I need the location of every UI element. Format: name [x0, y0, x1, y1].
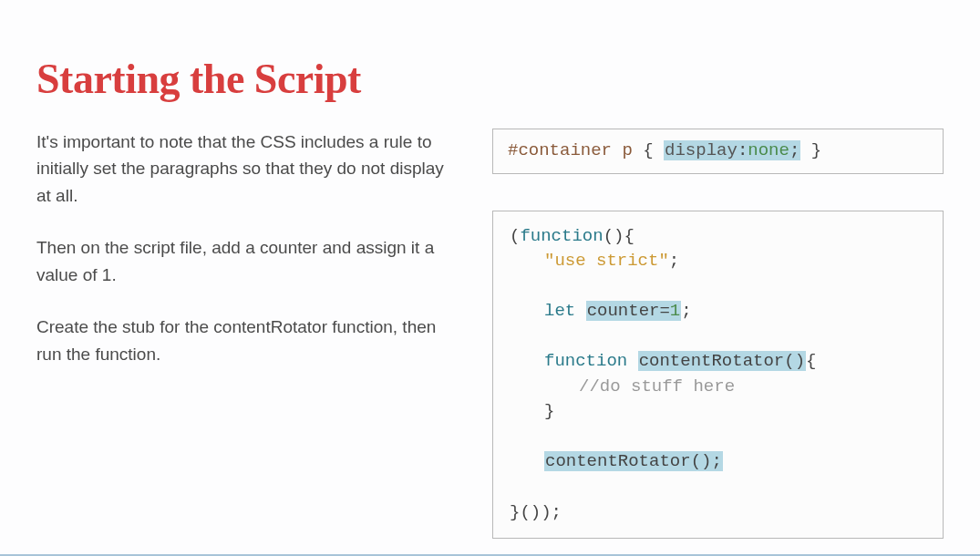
- css-colon: :: [738, 140, 748, 160]
- js-highlight-fn: contentRotator(): [638, 351, 806, 371]
- css-code-box: #container p { display:none; }: [492, 129, 944, 174]
- js-highlight-call: contentRotator();: [544, 451, 723, 471]
- slide-container: Starting the Script It's important to no…: [0, 0, 980, 556]
- js-line-8: }());: [510, 500, 926, 526]
- js-line-1: (function(){: [510, 224, 926, 250]
- css-selector: #container p: [508, 140, 633, 160]
- content-area: It's important to note that the CSS incl…: [36, 129, 944, 556]
- text-column: It's important to note that the CSS incl…: [36, 129, 456, 556]
- css-brace-open: {: [643, 140, 653, 160]
- js-line-2: "use strict";: [510, 249, 926, 274]
- js-line-6: }: [510, 399, 926, 425]
- css-semicolon: ;: [789, 140, 799, 160]
- paragraph-1: It's important to note that the CSS incl…: [36, 129, 456, 209]
- css-value: none: [748, 140, 789, 160]
- css-brace-close: }: [811, 140, 821, 160]
- css-property: display: [665, 140, 738, 160]
- code-column: #container p { display:none; } (function…: [492, 129, 944, 556]
- js-line-4: function contentRotator(){: [510, 349, 926, 375]
- css-highlight: display:none;: [664, 140, 800, 160]
- js-code-box: (function(){ "use strict"; let counter=1…: [492, 211, 944, 540]
- js-line-7: contentRotator();: [510, 449, 926, 475]
- js-highlight-counter: counter=1: [586, 301, 682, 321]
- slide-title: Starting the Script: [36, 55, 944, 103]
- js-line-5: //do stuff here: [510, 375, 926, 400]
- js-line-3: let counter=1;: [510, 299, 926, 324]
- paragraph-2: Then on the script file, add a counter a…: [36, 234, 456, 288]
- paragraph-3: Create the stub for the contentRotator f…: [36, 314, 456, 367]
